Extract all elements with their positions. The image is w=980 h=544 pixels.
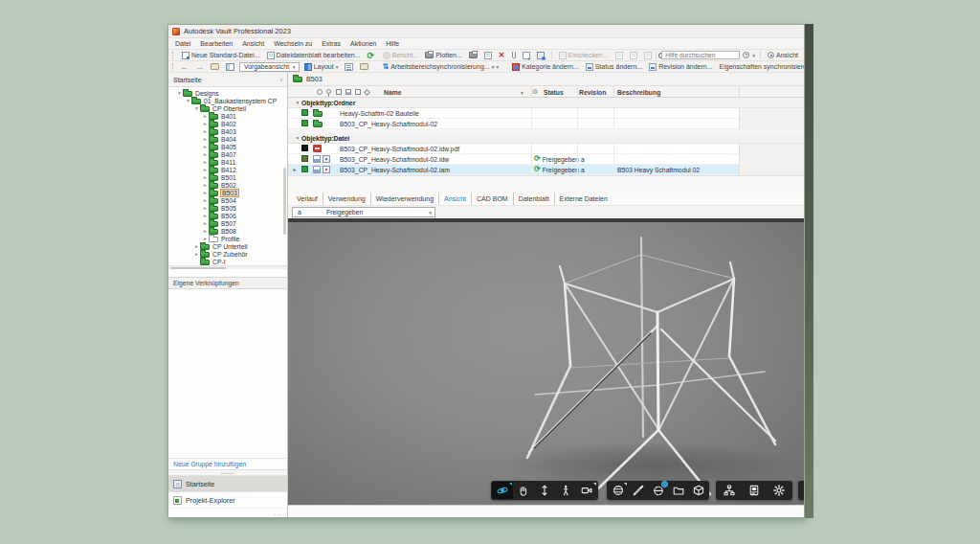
expander-icon[interactable]: ▸ — [202, 159, 209, 165]
new-standard-file-button[interactable]: Neue Standard-Datei... — [180, 52, 262, 59]
settings-button[interactable] — [767, 482, 791, 499]
expander-icon[interactable]: ▾ — [294, 100, 301, 105]
tab-verlauf[interactable]: Verlauf — [292, 193, 323, 205]
navigation-pane-button[interactable] — [224, 63, 236, 71]
tree-item-cp-unterteil[interactable]: ▸CP Unterteil — [168, 242, 287, 250]
tree-item-b503[interactable]: ▸B503 — [168, 189, 287, 196]
expander-icon[interactable]: ▸ — [202, 236, 209, 241]
document-icon[interactable] — [355, 89, 361, 95]
tree-item-b507[interactable]: ▸B507 — [168, 219, 287, 227]
tab-verwendung[interactable]: Verwendung — [323, 193, 371, 205]
expander-icon[interactable]: ▸ — [202, 121, 209, 126]
render-style-button[interactable] — [608, 482, 628, 499]
table-row-b503-cp-heavy-schaftmodul-02-idw[interactable]: B503_CP_Heavy-Schaftmodul-02.idw⟳Freigeg… — [288, 154, 804, 165]
tree-item-designs[interactable]: ▾Designs — [168, 89, 287, 97]
sync-properties-button[interactable]: Eigenschaften synchronisieren▾ — [718, 63, 805, 70]
collapse-panel-icon[interactable]: ‹ — [280, 77, 282, 83]
model-browser-button[interactable] — [717, 482, 742, 499]
column-header-beschreibung[interactable]: Beschreibung — [617, 89, 660, 96]
report-button[interactable]: Bericht... — [381, 52, 421, 59]
table-row-b503-cp-heavy-schaftmodul-02-iam[interactable]: ▸B503_CP_Heavy-Schaftmodul-02.iam⟳Freige… — [288, 165, 804, 175]
group-header-row[interactable]: ▾Objekttyp:Datei — [288, 133, 804, 144]
tree-item-b401[interactable]: ▸B401 — [168, 112, 287, 120]
tree-item-b407[interactable]: ▸B407 — [168, 150, 287, 158]
change-revision-button[interactable]: Revision ändern... — [647, 63, 714, 71]
table-header[interactable]: Name ▾ ⚙ Status Revision Beschreibung — [288, 85, 804, 98]
expander-icon[interactable]: ▸ — [202, 113, 209, 119]
expander-icon[interactable]: ▸ — [202, 205, 209, 211]
copy-design-button[interactable] — [535, 52, 546, 59]
expander-icon[interactable]: ▸ — [202, 136, 209, 142]
tree-item-profile[interactable]: ▸Profile — [168, 235, 287, 242]
camera-button[interactable] — [576, 482, 597, 499]
tab-externe-dateien[interactable]: Externe Dateien — [555, 193, 612, 205]
tree-item-b403[interactable]: ▸B403 — [168, 127, 287, 135]
expander-icon[interactable]: ▾ — [294, 135, 301, 141]
expander-icon[interactable]: ▸ — [202, 144, 209, 149]
expander-icon[interactable]: ▸ — [202, 190, 209, 195]
screenshot-button[interactable] — [799, 482, 804, 499]
menu-hilfe[interactable]: Hilfe — [381, 40, 404, 47]
tree-item-b405[interactable]: ▸B405 — [168, 143, 287, 150]
checkout-button[interactable] — [613, 52, 625, 59]
view-preset-combo[interactable]: Vorgabeansicht▾ — [239, 62, 300, 72]
expander-icon[interactable]: ▸ — [202, 167, 209, 172]
tab-cad-bom[interactable]: CAD BOM — [472, 193, 514, 205]
expander-icon[interactable]: ▸ — [202, 220, 209, 226]
expander-icon[interactable]: ▸ — [193, 251, 200, 257]
pan-button[interactable] — [513, 482, 534, 499]
expander-icon[interactable]: ▸ — [202, 228, 209, 234]
get-latest-button[interactable] — [642, 52, 654, 59]
plot-button[interactable]: Plotten... — [423, 52, 464, 58]
tree-item-b412[interactable]: ▸B412 — [168, 166, 287, 173]
undo-checkout-button[interactable] — [628, 52, 639, 59]
tab-datenblatt[interactable]: Datenblatt — [514, 193, 555, 205]
table-row-b503-cp-heavy-schaftmodul-02-idw-pdf[interactable]: B503_CP_Heavy-Schaftmodul-02.idw.pdf — [288, 144, 804, 154]
expander-icon[interactable]: ▾ — [185, 98, 191, 103]
tag-icon[interactable] — [364, 89, 370, 96]
tree-item-b508[interactable]: ▸B508 — [168, 227, 287, 235]
tree-item-01-baukastensystem-cp[interactable]: ▾01_Baukastensystem CP — [168, 97, 287, 104]
sidebar-nav-projekt-explorer[interactable]: Projekt-Explorer — [168, 491, 287, 508]
group-header-row[interactable]: ▾Objekttyp:Ordner — [288, 98, 804, 108]
change-status-button[interactable]: Status ändern... — [584, 63, 644, 71]
add-group-link[interactable]: Neue Gruppe hinzufügen — [168, 458, 287, 469]
menu-extras[interactable]: Extras — [317, 40, 345, 47]
image-icon[interactable] — [345, 89, 351, 95]
chevron-down-icon[interactable]: ▾ — [752, 53, 755, 58]
table-row-heavy-schaftm-02-bauteile[interactable]: Heavy-Schaftm-02 Bauteile — [288, 108, 804, 119]
walk-button[interactable] — [555, 482, 576, 499]
tree-item-cp-zubeh-r[interactable]: ▸CP Zubehör — [168, 250, 287, 258]
zoom-button[interactable] — [534, 482, 555, 499]
tree-item-b402[interactable]: ▸B402 — [168, 120, 287, 127]
view-cube-button[interactable] — [688, 482, 708, 499]
tab-ansicht[interactable]: Ansicht — [439, 193, 472, 205]
help-search-input[interactable] — [661, 51, 740, 59]
settings-funnel-icon[interactable]: ⚙ — [532, 88, 538, 96]
checkin-button[interactable]: Einchecken... — [557, 52, 611, 59]
tree-item-b506[interactable]: ▸B506 — [168, 212, 287, 219]
tree-scrollbar[interactable] — [283, 168, 286, 235]
tab-wiederverwendung[interactable]: Wiederverwendung — [371, 193, 439, 205]
detail-view-button[interactable] — [343, 63, 355, 71]
expander-icon[interactable]: ▸ — [202, 174, 209, 180]
forward-button[interactable]: → — [193, 63, 206, 71]
square-icon[interactable] — [336, 89, 342, 95]
expander-icon[interactable]: ▸ — [202, 128, 209, 134]
view-menu-button[interactable]: Ansicht — [766, 52, 800, 58]
tree-item-b501[interactable]: ▸B501 — [168, 173, 287, 181]
workspace-sync-button[interactable]: ⇅Arbeitsbereichsynchronisierung...▾▾ — [380, 63, 501, 71]
delete-button[interactable]: ✕ — [497, 52, 507, 59]
column-header-status[interactable]: Status — [544, 89, 564, 96]
expander-icon[interactable]: ▸ — [202, 151, 209, 157]
change-category-button[interactable]: Kategorie ändern... — [510, 63, 581, 71]
print-button[interactable] — [467, 52, 479, 58]
expander-icon[interactable]: ▸ — [202, 197, 209, 203]
sidebar-nav-startseite[interactable]: ⌂Startseite — [168, 475, 287, 491]
properties-button[interactable] — [742, 482, 767, 499]
sidebar-overflow-button[interactable]: ... — [168, 508, 287, 517]
refresh-button[interactable]: ⟳ — [366, 52, 378, 59]
tree-item-b411[interactable]: ▸B411 — [168, 158, 287, 166]
table-row-b503-cp-heavy-schaftmodul-02[interactable]: B503_CP_Heavy-Schaftmodul-02 — [288, 119, 804, 129]
help-icon[interactable]: ? — [743, 52, 749, 58]
